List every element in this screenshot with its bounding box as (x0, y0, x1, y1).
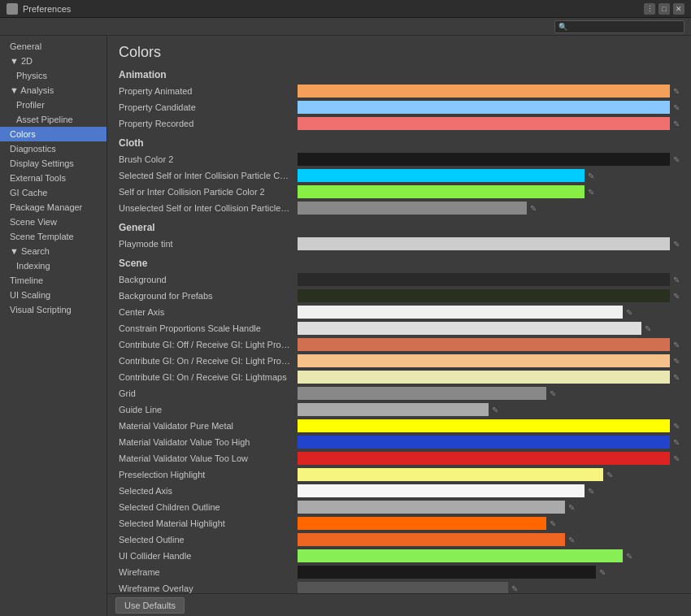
edit-icon[interactable]: ✎ (673, 275, 680, 284)
color-bar-container[interactable]: ✎ (298, 202, 680, 215)
color-bar[interactable] (298, 322, 641, 335)
edit-icon[interactable]: ✎ (673, 341, 680, 349)
color-bar-container[interactable]: ✎ (298, 322, 680, 335)
color-bar-container[interactable]: ✎ (298, 354, 680, 367)
color-bar[interactable] (298, 566, 596, 579)
color-bar-container[interactable]: ✎ (298, 153, 680, 166)
sidebar-item-5[interactable]: Asset Pipeline (0, 112, 106, 127)
color-bar[interactable] (298, 517, 546, 530)
color-bar-container[interactable]: ✎ (298, 468, 680, 481)
edit-icon[interactable]: ✎ (588, 487, 594, 496)
edit-icon[interactable]: ✎ (645, 324, 651, 333)
color-bar[interactable] (298, 306, 623, 319)
color-bar-container[interactable]: ✎ (298, 237, 680, 250)
color-bar[interactable] (298, 237, 670, 250)
edit-icon[interactable]: ✎ (673, 438, 680, 447)
color-bar-container[interactable]: ✎ (298, 169, 680, 182)
sidebar-item-7[interactable]: Diagnostics (0, 141, 106, 156)
color-bar[interactable] (298, 117, 670, 130)
menu-button[interactable]: ⋮ (644, 3, 655, 15)
color-bar[interactable] (298, 484, 585, 497)
color-bar-container[interactable]: ✎ (298, 419, 680, 432)
edit-icon[interactable]: ✎ (588, 188, 594, 197)
sidebar-item-11[interactable]: Package Manager (0, 200, 106, 215)
sidebar-item-2[interactable]: Physics (0, 68, 106, 83)
color-bar-container[interactable]: ✎ (298, 517, 680, 530)
color-bar[interactable] (298, 153, 670, 166)
color-bar[interactable] (298, 354, 670, 367)
color-bar-container[interactable]: ✎ (298, 436, 680, 449)
edit-icon[interactable]: ✎ (550, 389, 556, 398)
color-bar-container[interactable]: ✎ (298, 306, 680, 319)
color-bar-container[interactable]: ✎ (298, 403, 680, 416)
color-bar[interactable] (298, 501, 565, 514)
sidebar-item-1[interactable]: ▼ 2D (0, 54, 106, 68)
color-bar[interactable] (298, 549, 623, 562)
color-bar[interactable] (298, 101, 670, 114)
edit-icon[interactable]: ✎ (673, 373, 680, 382)
sidebar-item-4[interactable]: Profiler (0, 98, 106, 112)
sidebar-item-17[interactable]: UI Scaling (0, 288, 106, 302)
edit-icon[interactable]: ✎ (599, 568, 606, 577)
color-bar[interactable] (298, 371, 670, 384)
edit-icon[interactable]: ✎ (673, 454, 680, 463)
use-defaults-button[interactable]: Use Defaults (115, 597, 185, 614)
sidebar-item-13[interactable]: Scene Template (0, 229, 106, 244)
edit-icon[interactable]: ✎ (673, 155, 680, 164)
edit-icon[interactable]: ✎ (673, 292, 680, 301)
edit-icon[interactable]: ✎ (530, 204, 537, 213)
sidebar-item-15[interactable]: Indexing (0, 258, 106, 273)
color-bar-container[interactable]: ✎ (298, 101, 680, 114)
sidebar-item-6[interactable]: Colors (0, 127, 106, 141)
color-bar-container[interactable]: ✎ (298, 501, 680, 514)
color-bar[interactable] (298, 169, 585, 182)
edit-icon[interactable]: ✎ (673, 357, 680, 366)
maximize-button[interactable]: □ (658, 3, 670, 15)
search-box[interactable]: 🔍 (554, 20, 684, 33)
color-bar-container[interactable]: ✎ (298, 484, 680, 497)
sidebar-item-10[interactable]: GI Cache (0, 185, 106, 200)
sidebar-item-0[interactable]: General (0, 39, 106, 54)
color-bar-container[interactable]: ✎ (298, 533, 680, 546)
color-bar[interactable] (298, 185, 585, 198)
edit-icon[interactable]: ✎ (673, 119, 680, 128)
color-bar-container[interactable]: ✎ (298, 85, 680, 98)
color-bar[interactable] (298, 403, 489, 416)
color-bar[interactable] (298, 452, 670, 465)
sidebar-item-14[interactable]: ▼ Search (0, 244, 106, 258)
color-bar-container[interactable]: ✎ (298, 371, 680, 384)
color-bar-container[interactable]: ✎ (298, 452, 680, 465)
sidebar-item-8[interactable]: Display Settings (0, 156, 106, 171)
color-bar[interactable] (298, 533, 565, 546)
edit-icon[interactable]: ✎ (492, 406, 498, 414)
color-bar-container[interactable]: ✎ (298, 117, 680, 130)
color-bar-container[interactable]: ✎ (298, 185, 680, 198)
color-bar[interactable] (298, 338, 670, 351)
sidebar-item-18[interactable]: Visual Scripting (0, 302, 106, 317)
edit-icon[interactable]: ✎ (626, 552, 632, 561)
edit-icon[interactable]: ✎ (568, 536, 575, 544)
edit-icon[interactable]: ✎ (568, 503, 575, 512)
color-bar-container[interactable]: ✎ (298, 549, 680, 562)
search-input[interactable] (570, 22, 680, 31)
edit-icon[interactable]: ✎ (588, 171, 594, 180)
edit-icon[interactable]: ✎ (673, 103, 680, 112)
sidebar-item-9[interactable]: External Tools (0, 171, 106, 185)
color-bar[interactable] (298, 468, 603, 481)
sidebar-item-16[interactable]: Timeline (0, 273, 106, 288)
color-bar-container[interactable]: ✎ (298, 566, 680, 579)
edit-icon[interactable]: ✎ (550, 519, 556, 528)
color-bar[interactable] (298, 436, 670, 449)
color-bar-container[interactable]: ✎ (298, 387, 680, 400)
edit-icon[interactable]: ✎ (606, 471, 613, 479)
color-bar[interactable] (298, 387, 546, 400)
close-button[interactable]: ✕ (673, 3, 684, 15)
color-bar-container[interactable]: ✎ (298, 273, 680, 286)
sidebar-item-3[interactable]: ▼ Analysis (0, 83, 106, 98)
color-bar[interactable] (298, 202, 527, 215)
edit-icon[interactable]: ✎ (626, 308, 632, 317)
color-bar[interactable] (298, 85, 670, 98)
color-bar-container[interactable]: ✎ (298, 338, 680, 351)
color-bar[interactable] (298, 289, 670, 302)
edit-icon[interactable]: ✎ (673, 422, 680, 431)
